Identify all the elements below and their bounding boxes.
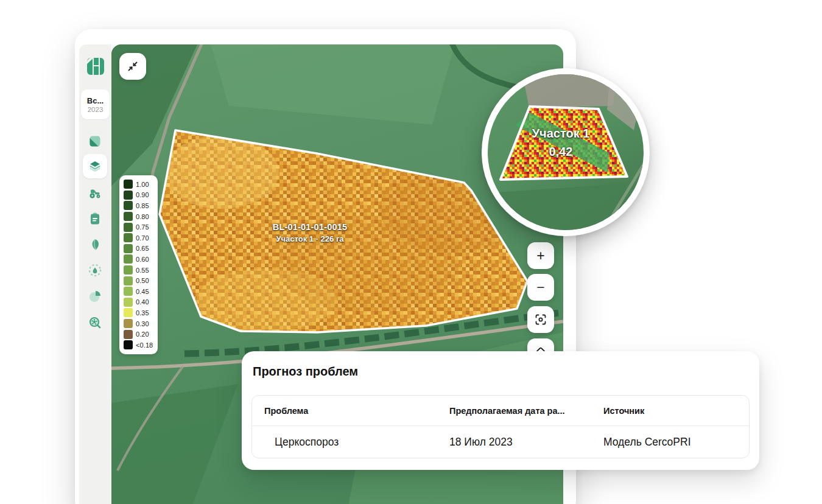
legend-value: 0.90 bbox=[136, 191, 149, 198]
sidebar-item-layers[interactable] bbox=[83, 154, 107, 178]
legend-value: 0.30 bbox=[136, 320, 149, 327]
legend-swatch bbox=[124, 308, 133, 317]
legend-row: 0.65 bbox=[124, 243, 154, 254]
table-header-row: Проблема Предполагаемая дата ра... Источ… bbox=[252, 396, 749, 426]
season-year: 2023 bbox=[88, 106, 104, 113]
header-date: Предполагаемая дата ра... bbox=[437, 406, 591, 416]
legend-row: 1.00 bbox=[124, 179, 154, 190]
sidebar-item-analytics[interactable] bbox=[83, 284, 107, 309]
inset-label: Участок 1 0,42 bbox=[488, 127, 634, 159]
legend-row: 0.20 bbox=[124, 329, 154, 340]
legend-value: 0.45 bbox=[136, 288, 149, 295]
zoom-in-label: + bbox=[536, 248, 544, 264]
inset-field-value: 0,42 bbox=[488, 145, 634, 159]
focus-target-icon bbox=[535, 313, 547, 326]
legend-swatch bbox=[124, 298, 133, 307]
collapse-map-button[interactable] bbox=[119, 53, 146, 80]
field-subtitle: Участок 1 · 226 га bbox=[255, 234, 365, 245]
legend-value: 0.70 bbox=[136, 234, 149, 242]
field-code: BL-01-01-01-0015 bbox=[255, 221, 365, 234]
cell-date: 18 Июл 2023 bbox=[437, 436, 591, 449]
legend-value: 1.00 bbox=[136, 181, 149, 188]
leaf-icon bbox=[88, 237, 102, 252]
zoom-out-button[interactable]: − bbox=[527, 274, 554, 301]
zoom-in-button[interactable]: + bbox=[527, 242, 554, 269]
legend-value: 0.35 bbox=[136, 309, 149, 317]
field-inset-preview[interactable]: Участок 1 0,42 bbox=[482, 68, 650, 236]
dotted-ring-icon bbox=[87, 262, 103, 278]
zoom-out-label: − bbox=[536, 279, 544, 296]
legend-row: 0.60 bbox=[124, 254, 154, 265]
legend-swatch bbox=[124, 191, 133, 200]
legend-swatch bbox=[124, 180, 133, 189]
layers-icon bbox=[88, 159, 102, 173]
legend-row: 0.85 bbox=[124, 200, 154, 211]
legend-row: <0.18 bbox=[124, 340, 154, 351]
center-on-field-button[interactable] bbox=[527, 306, 554, 333]
legend-swatch bbox=[124, 201, 133, 210]
season-label: Вс... bbox=[87, 96, 104, 105]
clipboard-icon bbox=[88, 211, 102, 226]
panel-title: Прогноз проблем bbox=[253, 365, 358, 379]
legend-value: 0.40 bbox=[136, 298, 149, 306]
scout-search-icon bbox=[88, 315, 102, 330]
table-row[interactable]: Церкоспороз 18 Июл 2023 Модель CercoPRI bbox=[252, 426, 749, 458]
season-switcher[interactable]: Вс... 2023 bbox=[81, 89, 110, 119]
app-logo-icon[interactable] bbox=[86, 57, 105, 76]
legend-value: <0.18 bbox=[136, 341, 153, 349]
legend-row: 0.40 bbox=[124, 297, 154, 308]
legend-swatch bbox=[124, 254, 133, 264]
legend-row: 0.50 bbox=[124, 275, 154, 286]
ndvi-legend: 1.000.900.850.800.750.700.650.600.550.50… bbox=[119, 175, 158, 354]
legend-swatch bbox=[124, 233, 133, 242]
cell-source: Модель CercoPRI bbox=[591, 436, 749, 449]
legend-row: 0.55 bbox=[124, 265, 154, 276]
legend-swatch bbox=[124, 319, 133, 328]
legend-value: 0.85 bbox=[136, 202, 149, 209]
legend-value: 0.75 bbox=[136, 223, 149, 231]
legend-swatch bbox=[124, 244, 133, 253]
legend-row: 0.45 bbox=[124, 286, 154, 297]
legend-swatch bbox=[124, 265, 133, 275]
legend-value: 0.65 bbox=[136, 245, 149, 252]
legend-row: 0.70 bbox=[124, 233, 154, 243]
legend-swatch bbox=[124, 340, 133, 349]
sidebar-item-weather[interactable] bbox=[83, 258, 107, 282]
cell-problem: Церкоспороз bbox=[252, 436, 437, 449]
legend-value: 0.60 bbox=[136, 256, 149, 263]
sidebar-item-notes[interactable] bbox=[83, 206, 107, 231]
ndvi-legend-rows: 1.000.900.850.800.750.700.650.600.550.50… bbox=[124, 179, 154, 351]
legend-swatch bbox=[124, 287, 133, 296]
fields-icon bbox=[88, 134, 102, 149]
inset-map: Участок 1 0,42 bbox=[488, 74, 644, 230]
legend-row: 0.80 bbox=[124, 211, 154, 222]
inset-field-name: Участок 1 bbox=[488, 127, 634, 141]
field-label[interactable]: BL-01-01-01-0015 Участок 1 · 226 га bbox=[255, 221, 365, 245]
sidebar: Вс... 2023 bbox=[79, 44, 111, 504]
legend-swatch bbox=[124, 212, 133, 221]
forecast-table: Проблема Предполагаемая дата ра... Источ… bbox=[251, 395, 750, 458]
legend-row: 0.30 bbox=[124, 318, 154, 329]
page: { "sidebar": { "season_switcher": { "lab… bbox=[0, 0, 822, 504]
problem-forecast-panel: Прогноз проблем Проблема Предполагаемая … bbox=[242, 351, 759, 470]
sidebar-item-scouting[interactable] bbox=[83, 310, 107, 335]
legend-swatch bbox=[124, 223, 133, 232]
legend-value: 0.50 bbox=[136, 277, 149, 284]
sidebar-item-machinery[interactable] bbox=[83, 181, 107, 206]
collapse-arrows-icon bbox=[127, 60, 139, 72]
header-source: Источник bbox=[591, 406, 749, 416]
legend-row: 0.75 bbox=[124, 222, 154, 233]
legend-swatch bbox=[124, 330, 133, 339]
tractor-icon bbox=[87, 186, 103, 201]
legend-value: 0.20 bbox=[136, 331, 149, 338]
sidebar-item-crops[interactable] bbox=[83, 233, 107, 257]
legend-swatch bbox=[124, 276, 133, 285]
pie-chart-icon bbox=[88, 289, 102, 304]
sidebar-item-fields[interactable] bbox=[83, 129, 107, 153]
legend-value: 0.80 bbox=[136, 213, 149, 220]
legend-row: 0.90 bbox=[124, 190, 154, 201]
legend-row: 0.35 bbox=[124, 307, 154, 318]
legend-value: 0.55 bbox=[136, 267, 149, 274]
header-problem: Проблема bbox=[252, 406, 437, 416]
